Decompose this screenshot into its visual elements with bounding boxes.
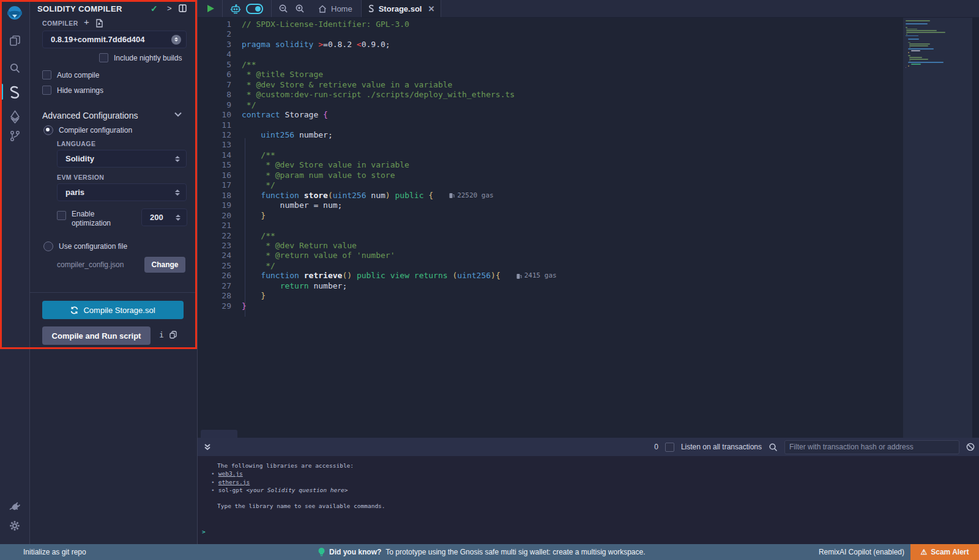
- transaction-filter-input[interactable]: [784, 440, 959, 454]
- remix-logo-icon[interactable]: [0, 4, 29, 23]
- lightbulb-icon: [318, 548, 325, 557]
- compiler-version-value: 0.8.19+commit.7dd6d404: [43, 35, 145, 44]
- enable-optimization-checkbox[interactable]: [57, 211, 66, 220]
- editor-top-bar: Home Storage.sol ✕: [198, 0, 979, 18]
- minimap-line: [906, 67, 906, 68]
- minimap-line: [906, 35, 918, 37]
- compiler-configuration-label: Compiler configuration: [59, 126, 132, 134]
- home-tab-label: Home: [331, 4, 352, 13]
- compiler-version-select[interactable]: 0.8.19+commit.7dd6d404: [42, 31, 187, 48]
- zoom-out-icon[interactable]: [278, 4, 288, 13]
- solgpt-prefix: sol-gpt: [218, 487, 247, 493]
- use-configuration-file-label: Use configuration file: [59, 242, 127, 251]
- terminal-lib-item: •web3.js: [202, 470, 979, 477]
- code-line: 18 function store(uint256 num) public {2…: [198, 191, 557, 201]
- evm-version-label: EVM VERSION: [57, 174, 104, 181]
- git-icon[interactable]: [0, 127, 29, 145]
- code-line: 11: [198, 120, 557, 130]
- panel-divider: [30, 292, 197, 293]
- active-tab-label: Storage.sol: [379, 4, 422, 13]
- code-line: 24 * @return value of 'number': [198, 251, 557, 260]
- chevron-down-icon[interactable]: [174, 112, 182, 117]
- version-spinner-icon: [171, 35, 181, 45]
- code-line: 2: [198, 29, 557, 39]
- minimap-line: [911, 50, 920, 51]
- ai-copilot-toggle[interactable]: [246, 4, 263, 14]
- scam-alert-badge[interactable]: ⚠ Scam Alert: [910, 544, 979, 560]
- stepper-carets-icon: [176, 215, 181, 221]
- status-bar: Initialize as git repo Did you know? To …: [0, 544, 979, 560]
- settings-gear-icon[interactable]: [0, 517, 29, 535]
- compile-and-run-button[interactable]: Compile and Run script: [42, 326, 151, 345]
- tab-storage-sol[interactable]: Storage.sol ✕: [361, 0, 442, 17]
- bullet: •: [211, 487, 218, 493]
- code-line: 28 }: [198, 291, 557, 301]
- minimap-line: [908, 48, 933, 50]
- compiler-label: COMPILER: [42, 20, 78, 27]
- import-compiler-icon[interactable]: [95, 19, 103, 28]
- plugin-manager-icon[interactable]: [0, 497, 29, 515]
- compiler-configuration-radio[interactable]: [43, 125, 53, 135]
- auto-compile-checkbox[interactable]: [42, 70, 51, 79]
- compile-button[interactable]: Compile Storage.sol: [42, 301, 184, 319]
- language-select[interactable]: Solidity: [57, 150, 187, 168]
- copilot-status[interactable]: RemixAI Copilot (enabled): [819, 548, 904, 556]
- code-line: 29}: [198, 301, 557, 311]
- home-icon: [318, 5, 327, 13]
- minimap-line: [906, 32, 945, 33]
- run-script-play-button[interactable]: [207, 5, 214, 12]
- collapse-terminal-icon[interactable]: [204, 443, 211, 451]
- terminal[interactable]: The following libraries are accessible: …: [198, 456, 979, 544]
- info-icon[interactable]: i: [159, 330, 164, 339]
- add-compiler-icon[interactable]: +: [84, 18, 89, 26]
- editor-scrollbar[interactable]: [972, 18, 979, 438]
- clear-console-icon[interactable]: [966, 443, 975, 451]
- search-icon[interactable]: [0, 59, 29, 77]
- minimap-line: [908, 65, 909, 67]
- minimap-line: [906, 40, 972, 42]
- hide-warnings-checkbox[interactable]: [42, 86, 51, 95]
- use-configuration-file-radio[interactable]: [43, 241, 53, 251]
- minimap-line: [906, 23, 928, 24]
- minimap-line: [909, 43, 931, 45]
- listen-transactions-checkbox[interactable]: [665, 443, 674, 452]
- zoom-in-icon[interactable]: [295, 4, 305, 13]
- minimap-line: [906, 22, 972, 23]
- optimization-runs-input[interactable]: 200: [141, 208, 187, 226]
- editor-resize-handle[interactable]: [201, 430, 237, 438]
- code-line: 27 return number;: [198, 281, 557, 291]
- code-line: 23 * @dev Return value: [198, 241, 557, 251]
- solidity-compiler-icon[interactable]: [0, 83, 29, 101]
- chevron-right-icon[interactable]: >: [167, 4, 172, 13]
- terminal-search-icon[interactable]: [769, 443, 778, 452]
- panel-title: SOLIDITY COMPILER: [37, 4, 122, 13]
- evm-version-select[interactable]: paris: [57, 183, 187, 201]
- solgpt-hint: <your Solidity question here>: [247, 487, 348, 493]
- terminal-header: 0 Listen on all transactions: [198, 438, 979, 456]
- code-editor[interactable]: 1// SPDX-License-Identifier: GPL-3.02 3p…: [198, 18, 979, 438]
- code-line: 22 /**: [198, 231, 557, 241]
- workspaces-icon[interactable]: [0, 31, 29, 50]
- minimap-content: [903, 18, 972, 68]
- tab-home[interactable]: Home: [305, 0, 361, 17]
- ethers-link[interactable]: ethers.js: [218, 479, 250, 485]
- advanced-configurations-header[interactable]: Advanced Configurations: [42, 111, 138, 120]
- pin-panel-icon[interactable]: [179, 4, 187, 12]
- activity-bar: [0, 0, 30, 544]
- enable-optimization-label: Enable optimization: [72, 210, 121, 228]
- close-tab-icon[interactable]: ✕: [426, 4, 434, 13]
- minimap-line: [906, 54, 972, 55]
- web3-link[interactable]: web3.js: [218, 470, 243, 477]
- deploy-run-icon[interactable]: [0, 108, 29, 126]
- change-config-button[interactable]: Change: [144, 257, 185, 273]
- bullet: •: [211, 479, 218, 485]
- minimap-line: [906, 37, 972, 38]
- minimap[interactable]: [903, 18, 972, 438]
- git-init-button[interactable]: Initialize as git repo: [23, 548, 86, 556]
- minimap-line: [911, 64, 921, 65]
- auto-compile-label: Auto compile: [57, 71, 99, 79]
- nightly-builds-checkbox[interactable]: [99, 53, 108, 62]
- copy-icon[interactable]: [169, 331, 177, 339]
- ai-copilot-robot-icon[interactable]: [230, 4, 241, 14]
- minimap-line: [906, 20, 930, 21]
